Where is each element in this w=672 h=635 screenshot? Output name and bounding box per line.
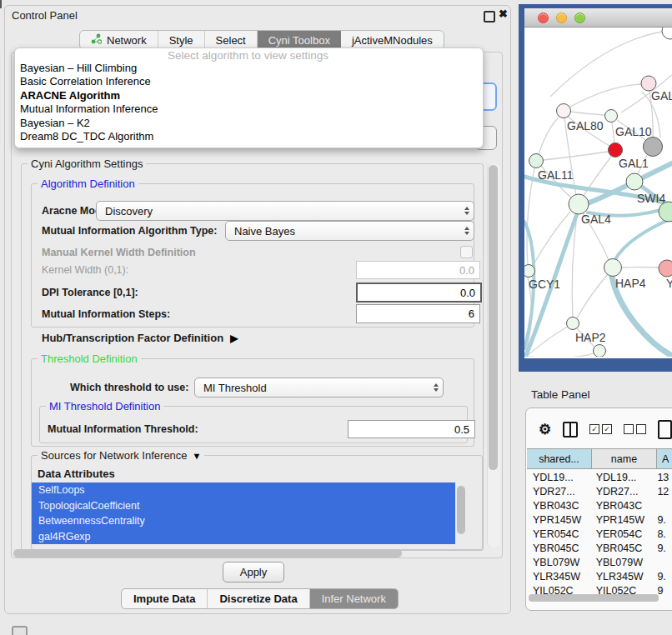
mi-threshold-field[interactable]: 0.5 bbox=[348, 420, 475, 438]
zoom-traffic-icon[interactable] bbox=[574, 12, 585, 23]
table-cell: YDR27... bbox=[527, 486, 590, 498]
network-node[interactable] bbox=[557, 104, 571, 118]
mi-steps-label: Mutual Information Steps: bbox=[42, 308, 170, 320]
attribute-list-item[interactable]: SelfLoops bbox=[32, 482, 455, 498]
table-cell: 8. bbox=[653, 528, 672, 540]
column-header-partial[interactable]: A bbox=[657, 448, 672, 469]
network-node[interactable] bbox=[594, 345, 606, 358]
tab-infer-network[interactable]: Infer Network bbox=[310, 589, 398, 608]
columns-icon[interactable] bbox=[563, 422, 578, 438]
network-node[interactable] bbox=[569, 194, 589, 214]
network-node-label: SWI4 bbox=[637, 192, 665, 205]
manual-kernel-checkbox[interactable] bbox=[460, 246, 473, 258]
table-row[interactable]: YBL079WYBL079W bbox=[527, 555, 672, 569]
minimize-traffic-icon[interactable] bbox=[556, 12, 567, 23]
network-edge bbox=[577, 274, 608, 318]
table-cell: YBR043C bbox=[527, 500, 590, 512]
network-node[interactable] bbox=[605, 110, 618, 122]
data-attributes-label: Data Attributes bbox=[38, 468, 115, 480]
network-node-label: Y bbox=[666, 277, 672, 290]
table-cell: YER054C bbox=[527, 528, 590, 540]
table-row[interactable]: YDL19...YDL19...13 bbox=[527, 470, 672, 484]
algorithm-option[interactable]: Bayesian – Hill Climbing bbox=[18, 62, 476, 75]
dpi-tolerance-field[interactable]: 0.0 bbox=[356, 282, 482, 302]
table-cell: YLR345W bbox=[527, 571, 590, 582]
attribute-list-item[interactable]: gal4RGexp bbox=[32, 529, 455, 545]
tab-impute-data-label: Impute Data bbox=[133, 592, 195, 605]
network-node[interactable] bbox=[529, 154, 544, 168]
settings-horizontal-scrollbar-thumb[interactable] bbox=[13, 549, 402, 558]
algorithm-option[interactable]: Mutual Information Inference bbox=[18, 102, 476, 116]
algorithm-option[interactable]: Bayesian – K2 bbox=[18, 117, 476, 130]
apply-button[interactable]: Apply bbox=[223, 562, 284, 582]
algorithm-option[interactable]: Dream8 DC_TDC Algorithm bbox=[18, 130, 476, 143]
settings-vertical-scrollbar-thumb[interactable] bbox=[489, 165, 498, 470]
mi-type-combo[interactable]: Naive Bayes bbox=[225, 221, 474, 241]
network-node[interactable] bbox=[662, 28, 672, 39]
network-node[interactable] bbox=[567, 318, 579, 330]
minimized-panel-icon[interactable] bbox=[12, 626, 28, 635]
new-column-icon[interactable] bbox=[658, 420, 672, 439]
mi-steps-field[interactable]: 6 bbox=[356, 304, 480, 323]
network-node[interactable] bbox=[609, 143, 623, 158]
table-row[interactable]: YPR145WYPR145W9. bbox=[527, 512, 672, 527]
tab-network[interactable]: Network bbox=[80, 31, 158, 49]
tab-select[interactable]: Select bbox=[205, 31, 258, 49]
table-cell: YLR345W bbox=[590, 571, 654, 582]
tab-impute-data[interactable]: Impute Data bbox=[122, 589, 208, 608]
table-row[interactable]: YDR27...YDR27...12 bbox=[527, 484, 672, 498]
tab-style[interactable]: Style bbox=[158, 31, 205, 49]
network-node-label: GAL1 bbox=[619, 157, 649, 170]
combo-spinner-icon bbox=[459, 222, 474, 240]
which-threshold-combo[interactable]: MI Threshold bbox=[194, 378, 444, 398]
attribute-list-item[interactable]: TopologicalCoefficient bbox=[32, 498, 455, 514]
bottom-tabbar: Impute Data Discretize Data Infer Networ… bbox=[121, 588, 399, 609]
deselect-all-checkboxes-icon[interactable] bbox=[624, 424, 646, 434]
data-attributes-list[interactable]: SelfLoopsTopologicalCoefficientBetweenne… bbox=[32, 482, 471, 544]
column-header-name[interactable]: name bbox=[592, 448, 657, 469]
network-node-label: GAL bbox=[651, 89, 672, 102]
tab-jactivemnodules[interactable]: jActiveMNodules bbox=[341, 31, 444, 49]
application-window: Control Panel ✖ Network Style Select Cyn… bbox=[0, 0, 672, 635]
attribute-list-item[interactable]: BetweennessCentrality bbox=[32, 513, 455, 529]
network-node[interactable] bbox=[626, 173, 643, 190]
table-row[interactable]: YBR043CYBR043C bbox=[527, 498, 672, 512]
algorithm-option[interactable]: ARACNE Algorithm bbox=[18, 89, 476, 102]
float-window-icon[interactable] bbox=[484, 11, 495, 22]
mi-threshold-label: Mutual Information Threshold: bbox=[48, 423, 198, 435]
network-node[interactable] bbox=[604, 259, 622, 277]
algorithm-option[interactable]: Basic Correlation Inference bbox=[18, 75, 476, 88]
network-window-titlebar[interactable] bbox=[524, 8, 672, 28]
network-edge bbox=[528, 353, 594, 357]
network-svg[interactable]: GALGAL80GAL10GAL1GAL11SWI4GAL4GCY1HAP4YH… bbox=[524, 28, 672, 357]
close-traffic-icon[interactable] bbox=[538, 12, 549, 23]
table-cell: YBR045C bbox=[527, 542, 590, 554]
algorithm-dropdown-placeholder: Select algorithm to view settings bbox=[14, 49, 482, 62]
control-panel-title: Control Panel bbox=[12, 9, 78, 22]
table-horizontal-scrollbar[interactable] bbox=[529, 594, 659, 602]
hub-factor-label: Hub/Transcription Factor Definition bbox=[42, 332, 223, 344]
network-node[interactable] bbox=[659, 260, 672, 277]
network-edge bbox=[612, 122, 614, 143]
mi-threshold-legend: MI Threshold Definition bbox=[46, 400, 163, 412]
table-row[interactable]: YLR345WYLR345W9. bbox=[527, 569, 672, 583]
sources-legend-label: Sources for Network Inference bbox=[41, 449, 188, 462]
gear-icon[interactable]: ⚙ bbox=[539, 421, 551, 438]
table-panel-title: Table Panel bbox=[531, 388, 590, 401]
aracne-mode-combo[interactable]: Discovery bbox=[96, 201, 474, 221]
network-node-label: GCY1 bbox=[529, 278, 560, 291]
column-header-shared-name[interactable]: shared... bbox=[527, 448, 592, 469]
tab-discretize-data[interactable]: Discretize Data bbox=[208, 589, 309, 608]
table-row[interactable]: YER054CYER054C8. bbox=[527, 527, 672, 541]
kernel-width-field[interactable]: 0.0 bbox=[356, 261, 480, 279]
select-all-checkboxes-icon[interactable]: ✓✓ bbox=[589, 424, 612, 434]
combo-spinner-icon bbox=[429, 378, 443, 397]
attributes-list-scrollbar[interactable] bbox=[457, 486, 465, 534]
network-node[interactable] bbox=[644, 138, 663, 157]
network-node[interactable] bbox=[524, 265, 535, 278]
sources-legend[interactable]: Sources for Network Inference▼ bbox=[38, 449, 204, 462]
table-row[interactable]: YBR045CYBR045C9. bbox=[527, 541, 672, 555]
close-icon[interactable]: ✖ bbox=[499, 8, 508, 20]
hub-factor-toggle[interactable]: Hub/Transcription Factor Definition▶ bbox=[42, 332, 238, 344]
tab-cyni-toolbox[interactable]: Cyni Toolbox bbox=[258, 31, 341, 49]
